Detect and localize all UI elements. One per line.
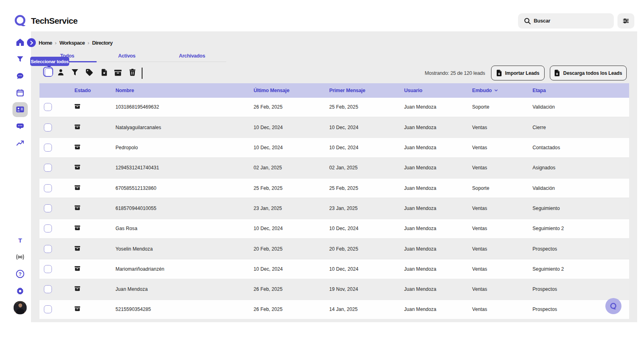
svg-text:?: ? <box>19 272 21 277</box>
